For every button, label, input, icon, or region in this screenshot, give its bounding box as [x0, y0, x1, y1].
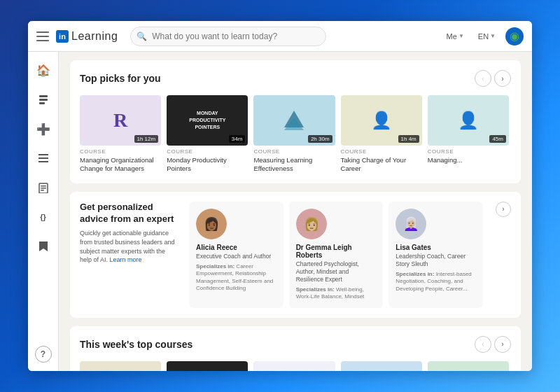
course-thumbnail: 👥 40m — [80, 361, 161, 371]
sidebar-item-help[interactable]: ? — [35, 346, 52, 363]
sidebar-item-home[interactable]: 🏠 — [31, 57, 56, 83]
expert-name: Alicia Reece — [196, 244, 276, 251]
sidebar-item-code[interactable]: {} — [31, 204, 56, 230]
header: in Learning 🔍 Me ▼ EN ▼ ◉ — [28, 21, 532, 52]
lang-button[interactable]: EN ▼ — [474, 30, 500, 43]
sidebar-item-history[interactable] — [31, 175, 56, 200]
header-right: Me ▼ EN ▼ ◉ — [442, 27, 524, 46]
course-thumbnail: 👤 1h 4m — [341, 95, 422, 146]
course-duration: 34m — [229, 135, 246, 143]
sidebar-item-bookmarks[interactable] — [31, 234, 56, 259]
course-thumbnail: 2h 30m — [253, 95, 335, 146]
avatar[interactable]: ◉ — [505, 27, 524, 46]
chevron-down-icon: ▼ — [490, 33, 496, 39]
top-courses-prev-button[interactable]: ‹ — [475, 336, 491, 353]
top-picks-header: Top picks for you ‹ › — [80, 70, 511, 87]
sidebar-item-add[interactable]: ➕ — [31, 116, 56, 141]
expert-avatar: 👩🏾 — [196, 209, 227, 239]
course-name: Taking Charge of Your Career — [341, 156, 422, 174]
course-card[interactable]: 👤 1h 20m COURSE Develo... — [428, 361, 509, 371]
expert-card[interactable]: 👩🏾 Alicia Reece Executive Coach and Auth… — [189, 202, 284, 308]
course-thumbnail: 👤 1h 20m — [428, 361, 509, 371]
top-picks-nav: ‹ › — [475, 70, 511, 87]
svg-rect-7 — [41, 186, 46, 187]
course-name: Measuring Learning Effectiveness — [253, 156, 335, 174]
top-picks-next-button[interactable]: › — [494, 70, 511, 87]
course-card[interactable]: R 1h 12m COURSE Managing Organizational … — [80, 95, 161, 174]
app-window: in Learning 🔍 Me ▼ EN ▼ ◉ 🏠 — [28, 21, 532, 371]
course-name: Managing... — [428, 156, 509, 164]
course-duration: 2h 30m — [308, 135, 332, 143]
svg-rect-4 — [38, 158, 48, 159]
expert-card[interactable]: 👩🏼‍🦳 Lisa Gates Leadership Coach, Career… — [388, 202, 483, 308]
top-courses-header: This week's top courses ‹ › — [80, 336, 511, 353]
top-picks-cards: R 1h 12m COURSE Managing Organizational … — [80, 95, 511, 174]
course-name: Managing Organizational Change for Manag… — [80, 156, 161, 174]
search-bar: 🔍 — [130, 27, 326, 46]
course-name: Monday Productivity Pointers — [167, 156, 248, 174]
course-duration: 1h 12m — [134, 135, 159, 143]
svg-rect-1 — [39, 99, 48, 101]
expert-role: Executive Coach and Author — [196, 253, 276, 260]
top-courses-next-button[interactable]: › — [494, 336, 511, 353]
menu-icon[interactable] — [36, 31, 49, 41]
course-card[interactable]: 🔗 1h 23m COURSE Introduction to Composit… — [253, 361, 335, 371]
course-label: COURSE — [80, 148, 161, 155]
course-card[interactable]: 👥 40m COURSE Nano Tips for Senior Leader… — [80, 361, 161, 371]
experts-nav: › — [496, 202, 511, 217]
top-courses-title: This week's top courses — [80, 339, 192, 350]
app-title: Learning — [71, 30, 118, 43]
expert-card[interactable]: 👩🏼 Dr Gemma Leigh Roberts Chartered Psyc… — [289, 202, 384, 308]
expert-role: Chartered Psychologist, Author, Mindset … — [296, 260, 377, 284]
top-picks-prev-button[interactable]: ‹ — [475, 70, 491, 87]
course-thumbnail: R 1h 12m — [80, 95, 161, 146]
course-thumbnail: 🔗 1h 23m — [253, 361, 335, 371]
learn-more-link[interactable]: Learn more — [110, 256, 142, 263]
chevron-down-icon: ▼ — [458, 33, 464, 39]
me-button[interactable]: Me ▼ — [442, 30, 468, 43]
search-input[interactable] — [130, 27, 326, 46]
course-label: COURSE — [428, 148, 509, 155]
expert-name: Lisa Gates — [396, 244, 476, 251]
top-courses-section: This week's top courses ‹ › 👥 40m COURSE… — [70, 326, 521, 371]
course-thumbnail: MONDAYPRODUCTIVITYPOINTERS 34m — [167, 95, 248, 146]
course-card[interactable]: 👤 1h 4m COURSE Taking Charge of Your Car… — [341, 95, 422, 174]
course-thumbnail: MONDAYPRODUCTIVITYPOINTERS 31m — [167, 361, 248, 371]
profile-icon: ◉ — [510, 29, 519, 43]
svg-rect-8 — [41, 188, 46, 189]
linkedin-icon: in — [56, 30, 69, 43]
course-thumbnail: 🗄️ 1h 28m — [341, 361, 422, 371]
expert-avatar: 👩🏼‍🦳 — [396, 209, 426, 239]
expert-role: Leadership Coach, Career Story Sleuth — [396, 253, 476, 268]
course-card[interactable]: MONDAYPRODUCTIVITYPOINTERS 31m COURSE Ma… — [167, 361, 248, 371]
top-courses-nav: ‹ › — [475, 336, 511, 353]
course-card[interactable]: 👤 45m COURSE Managing... — [428, 95, 509, 174]
expert-section: Get personalized advice from an expert Q… — [70, 192, 521, 318]
sidebar-item-my-learning[interactable] — [31, 87, 56, 112]
expert-intro-title: Get personalized advice from an expert — [80, 202, 178, 225]
main-layout: 🏠 ➕ {} ? Top picks for you — [28, 52, 532, 371]
expert-name: Dr Gemma Leigh Roberts — [296, 244, 377, 259]
sidebar-item-collections[interactable] — [31, 146, 56, 171]
expert-specializes: Specializes in: Interest-based Negotiati… — [396, 271, 476, 293]
expert-avatar: 👩🏼 — [296, 209, 327, 239]
expert-specializes: Specializes in: Well-being, Work-Life Ba… — [296, 286, 377, 301]
course-card[interactable]: MONDAYPRODUCTIVITYPOINTERS 34m COURSE Mo… — [167, 95, 248, 174]
sidebar: 🏠 ➕ {} ? — [28, 52, 59, 371]
svg-rect-5 — [38, 161, 48, 162]
experts-row: 👩🏾 Alicia Reece Executive Coach and Auth… — [189, 202, 484, 308]
course-label: COURSE — [167, 148, 248, 155]
svg-rect-0 — [39, 95, 48, 97]
content: Top picks for you ‹ › R 1h 12m COURSE Ma… — [59, 52, 532, 371]
top-picks-title: Top picks for you — [80, 73, 161, 84]
search-icon: 🔍 — [136, 31, 147, 41]
course-label: COURSE — [253, 148, 335, 155]
top-picks-section: Top picks for you ‹ › R 1h 12m COURSE Ma… — [70, 60, 521, 183]
course-card[interactable]: 🗄️ 1h 28m COURSE Introduction to Databas… — [341, 361, 422, 371]
top-courses-cards: 👥 40m COURSE Nano Tips for Senior Leader… — [80, 361, 511, 371]
experts-next-button[interactable]: › — [496, 202, 511, 217]
course-card[interactable]: 2h 30m COURSE Measuring Learning Effecti… — [253, 95, 335, 174]
course-duration: 1h 4m — [398, 135, 419, 143]
svg-rect-3 — [38, 154, 48, 155]
course-label: COURSE — [341, 148, 422, 155]
